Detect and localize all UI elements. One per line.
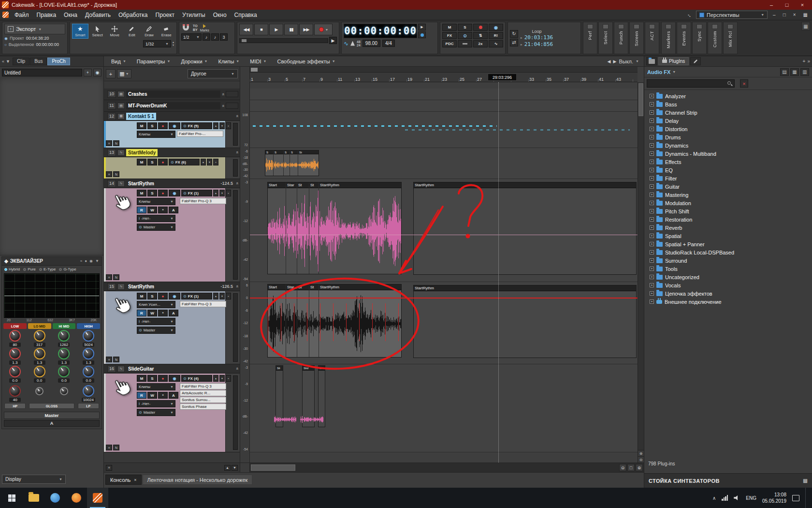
plugin-category-row[interactable]: + Reverb xyxy=(644,224,812,232)
expand-icon[interactable]: + xyxy=(650,176,654,180)
eq-q-knob[interactable] xyxy=(83,348,94,359)
slider-thumb[interactable] xyxy=(242,39,246,42)
input-dropdown[interactable]: I -Нет- ▼ xyxy=(137,318,175,325)
plugin-category-row[interactable]: + Restoration xyxy=(644,215,812,224)
notes-icon[interactable]: N xyxy=(113,445,119,450)
add-button[interactable]: + xyxy=(84,69,92,76)
volume-icon[interactable] xyxy=(734,495,740,501)
expand-arrows-icon[interactable]: ↔ xyxy=(686,11,694,18)
eq-menu-icon[interactable]: ▼ xyxy=(95,259,99,263)
plugin-category-row[interactable]: + Bass xyxy=(644,100,812,108)
track-name[interactable]: StartRythm xyxy=(126,283,156,290)
audio-clip[interactable]: St xyxy=(298,150,319,176)
output-dropdown[interactable]: ⊙ Master ▼ xyxy=(137,409,175,416)
eq-mode-radio[interactable]: G-Type xyxy=(59,267,76,271)
control-bar-module-toggle[interactable]: Mix Rcl xyxy=(723,22,738,54)
menu-item[interactable]: Правка xyxy=(33,11,60,19)
audio-clip[interactable]: Star xyxy=(286,182,297,274)
eq-mode-radio[interactable]: Pure xyxy=(23,267,36,271)
export-button[interactable]: ↑ Экспорт ▼ xyxy=(4,24,65,34)
expand-chevron-icon[interactable]: « xyxy=(220,93,225,95)
audio-clip-waveform[interactable] xyxy=(274,409,296,430)
plugin-category-row[interactable]: + Drums xyxy=(644,133,812,141)
interleave-button[interactable]: ⇅ xyxy=(473,32,488,39)
eq-q-knob[interactable] xyxy=(9,348,21,359)
audio-clip[interactable]: St xyxy=(297,182,309,274)
eq-target-icon[interactable]: ◉ xyxy=(89,259,93,263)
menu-item[interactable]: Добавить xyxy=(81,11,115,19)
tool-erase[interactable]: Erase xyxy=(158,24,174,39)
display-dropdown[interactable]: Display ▼ xyxy=(2,475,66,484)
audio-clip[interactable]: StartRythm xyxy=(413,285,637,358)
fx-plugin-item[interactable]: FabFilter Pro-Q 3 xyxy=(180,301,226,307)
input-echo-button[interactable]: ◉ xyxy=(489,24,503,31)
next-icon[interactable]: ▶ xyxy=(613,59,616,64)
selection-radio-icon[interactable]: ○ xyxy=(4,43,7,47)
global-record-button[interactable] xyxy=(473,24,488,31)
fx-bin-header[interactable]: ⊙ FX (5) xyxy=(181,122,212,129)
snap-magnet-icon[interactable] xyxy=(181,24,190,32)
fx-bypass-button[interactable]: FX xyxy=(442,32,457,39)
audio-clip-waveform[interactable] xyxy=(300,409,323,430)
plugin-category-row[interactable]: + StudioRack Local-DSPBased xyxy=(644,248,812,256)
expand-icon[interactable]: + xyxy=(650,209,654,213)
child-minimize-button[interactable]: – xyxy=(771,12,778,17)
scrollbar-thumb[interactable] xyxy=(251,464,295,471)
track-16-slideguitar[interactable]: 16 ∿ SlideGuitar « M S ● ◉ ⊙ FX (4) xyxy=(104,364,240,452)
hp-button[interactable]: HP xyxy=(4,403,26,409)
audio-clip[interactable]: Start xyxy=(268,284,286,357)
track-height-down-icon[interactable]: ▼ xyxy=(232,465,238,471)
clips-dropdown[interactable]: Клип Усил... ▼ xyxy=(137,301,175,308)
network-icon[interactable] xyxy=(722,495,728,501)
vertical-scrollbar[interactable]: ⊕ ⊖ xyxy=(638,82,644,463)
expand-chevron-icon[interactable]: « xyxy=(234,182,239,184)
menu-item[interactable]: Обработка xyxy=(115,11,152,19)
expand-icon[interactable]: + xyxy=(650,234,654,238)
draw-resolution-dropdown[interactable]: 1/32 ▼ xyxy=(143,40,171,47)
track-name[interactable]: StartRythm xyxy=(126,180,156,187)
notes-icon[interactable]: N xyxy=(113,274,119,280)
menu-item[interactable]: Окно xyxy=(209,11,231,19)
automation-offset-button[interactable]: * xyxy=(158,392,168,399)
lane-track-10[interactable] xyxy=(250,89,638,100)
gloss-knob-right[interactable] xyxy=(60,387,68,395)
time-ruler[interactable]: 135791113151719212325272931333537394143 … xyxy=(250,73,638,82)
fx-add-icon[interactable]: + xyxy=(226,190,231,196)
automation-read-button[interactable]: R xyxy=(137,310,146,316)
expand-icon[interactable]: + xyxy=(650,160,654,164)
close-button[interactable]: × xyxy=(795,0,810,9)
fx-plugin-item[interactable]: Sonitus Phase xyxy=(180,403,226,410)
mute-button[interactable]: M xyxy=(137,375,146,382)
expand-icon[interactable]: + xyxy=(650,193,654,197)
solo-button[interactable]: S xyxy=(147,293,157,299)
track-15-startrythm[interactable]: 15 ∿ StartRythm -126.5 « M S ● ◉ ⊙ xyxy=(104,282,240,364)
expand-icon[interactable]: + xyxy=(650,184,654,189)
track-10-crashes[interactable]: 10 ▤ Crashes « xyxy=(104,89,240,100)
expand-icon[interactable]: + xyxy=(650,250,654,254)
track-name[interactable]: StartMelody xyxy=(126,149,158,156)
fx-up-icon[interactable]: ▲ xyxy=(201,159,206,165)
lp-button[interactable]: LP xyxy=(78,403,99,409)
track-name[interactable]: Kontakt 5 1 xyxy=(126,113,156,120)
track-view-menu[interactable]: Параметры ▼ xyxy=(131,59,176,64)
track-12-kontakt[interactable]: 12 ▦ Kontakt 5 1 « M S ● ◉ ⊙ FX (5) xyxy=(104,112,240,148)
time-signature-display[interactable]: 4/4 xyxy=(382,40,395,47)
control-bar-module-toggle[interactable]: ACT xyxy=(645,22,659,54)
expand-icon[interactable]: + xyxy=(650,94,654,98)
audio-clip[interactable]: S xyxy=(265,150,273,176)
plugin-search-input[interactable] xyxy=(647,79,735,88)
tool-smart[interactable]: ★ Smart xyxy=(72,24,88,39)
tool-select[interactable]: Select xyxy=(89,24,106,39)
audio-clip[interactable]: StartRythm xyxy=(319,284,401,357)
track-view-menu[interactable]: Вид ▼ xyxy=(106,59,131,64)
lane-track-15[interactable]: Start Star St St StartRythm xyxy=(250,282,638,364)
dock-grid-icon[interactable]: ▦ xyxy=(801,12,810,17)
layout-cols-icon[interactable]: ▥ xyxy=(800,68,809,76)
fx-plugin-item[interactable]: FabFilter Pro-... xyxy=(177,131,223,137)
tab-console[interactable]: Консоль × xyxy=(105,475,142,485)
control-bar-module-toggle[interactable]: Select xyxy=(598,22,613,54)
plugin-category-row[interactable]: + Vocals xyxy=(644,281,812,289)
fx-up-icon[interactable]: ▲ xyxy=(213,190,218,196)
plugin-category-row[interactable]: + Dynamics - Multiband xyxy=(644,149,812,158)
eq-freq-knob[interactable] xyxy=(83,330,94,342)
